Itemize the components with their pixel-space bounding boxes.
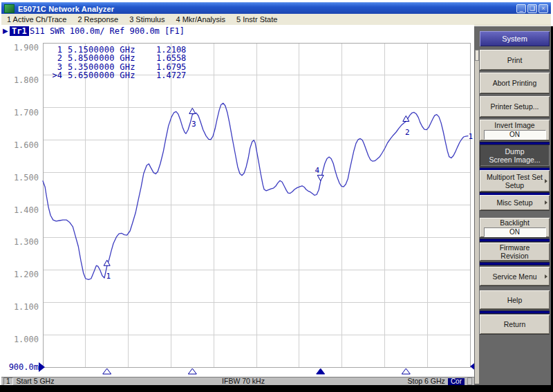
softkey-group-separator — [480, 239, 550, 242]
submenu-arrow-icon — [545, 200, 547, 205]
y-axis-label: 1.500 — [7, 174, 39, 182]
softkey-label: Setup — [505, 181, 524, 189]
submenu-arrow-icon — [545, 179, 547, 183]
softkey-label: Print — [507, 56, 523, 64]
status-blank-cell — [467, 377, 472, 385]
y-axis-label: 1.400 — [7, 206, 39, 214]
y-axis-label: 1.200 — [7, 270, 39, 279]
menu-item-3[interactable]: 3 Stimulus — [124, 15, 170, 24]
softkey-misc-setup[interactable]: Misc Setup — [480, 195, 550, 210]
softkey-label: Backlight — [500, 218, 529, 227]
y-axis-label: 1.700 — [7, 109, 39, 117]
menu-item-4[interactable]: 4 Mkr/Analysis — [170, 15, 231, 24]
softkey-dump-screen-image[interactable]: DumpScreen Image... — [480, 144, 550, 166]
softkey-group-separator — [480, 262, 550, 265]
stop-frequency: Stop 6 GHz — [408, 377, 445, 385]
submenu-arrow-icon — [545, 274, 547, 279]
softkey-label: Abort Printing — [493, 79, 537, 87]
softkey-label: Screen Image... — [489, 156, 540, 164]
window-title: E5071C Network Analyzer — [18, 5, 114, 13]
softkey-label: Misc Setup — [497, 198, 533, 207]
menu-item-1[interactable]: 1 Active Ch/Trace — [1, 15, 72, 24]
y-axis-label: 1.600 — [7, 141, 39, 149]
marker-readout-table: 15.1500000 GHz1.210825.8500000 GHz1.6558… — [48, 46, 186, 80]
start-frequency: Start 5 GHz — [17, 377, 55, 385]
title-bar: E5071C Network Analyzer _❏× — [1, 2, 551, 15]
screen-bottom-edge — [0, 385, 553, 392]
menu-item-2[interactable]: 2 Response — [72, 15, 124, 24]
softkey-label: Printer Setup... — [490, 102, 538, 111]
softkey-label: Revision — [500, 252, 528, 260]
softkey-label: Multiport Test Set — [487, 173, 543, 181]
ifbw-readout: IFBW 70 kHz — [202, 377, 285, 385]
marker-readout-row: 25.8500000 GHz1.6558 — [48, 54, 186, 62]
marker-readout-row: >45.6500000 GHz1.4727 — [48, 71, 186, 80]
softkey-help[interactable]: Help — [480, 290, 550, 309]
y-axis-label: 1.300 — [7, 238, 39, 246]
softkey-label: Return — [504, 320, 526, 328]
softkey-invert-image[interactable]: Invert ImageON — [480, 120, 550, 140]
reference-level-label: 900.0m — [7, 363, 39, 371]
softkey-return[interactable]: Return — [480, 315, 550, 334]
softkey-sidebar: SystemPrintAbort PrintingPrinter Setup..… — [474, 26, 551, 385]
softkey-service-menu[interactable]: Service Menu — [480, 267, 550, 286]
trace-header-text: S11 SWR 100.0m/ Ref 900.0m [F1] — [30, 26, 185, 36]
softkey-abort-printing[interactable]: Abort Printing — [480, 73, 550, 93]
y-axis-label: 1.800 — [7, 76, 39, 84]
softkey-printer-setup[interactable]: Printer Setup... — [480, 96, 550, 117]
softkey-group-separator — [480, 310, 550, 314]
window-buttons: _❏× — [516, 4, 548, 13]
menu-item-5[interactable]: 5 Instr State — [231, 15, 283, 24]
softkey-label: Dump — [505, 147, 524, 156]
active-trace-arrow-icon: ▶ — [3, 27, 8, 35]
y-axis-label: 1.100 — [7, 303, 39, 311]
minimize-button[interactable]: _ — [516, 4, 526, 13]
softkey-print[interactable]: Print — [480, 50, 550, 70]
softkey-scrollbar-thumb[interactable] — [475, 50, 479, 61]
softkey-label: Invert Image — [494, 121, 534, 129]
menu-bar: 1 Active Ch/Trace2 Response3 Stimulus4 M… — [1, 14, 551, 26]
softkey-state-on: ON — [484, 227, 546, 237]
softkey-multiport-test-set-setup[interactable]: Multiport Test SetSetup — [480, 170, 550, 192]
softkey-label: Help — [507, 296, 523, 304]
app-icon — [4, 4, 15, 13]
softkey-system[interactable]: System — [480, 31, 550, 46]
softkey-label: Firmware — [500, 243, 530, 252]
y-axis-label: 1.900 — [7, 44, 39, 52]
restore-button[interactable]: ❏ — [527, 4, 537, 13]
softkey-state-on: ON — [484, 130, 546, 140]
channel-number: 1 — [3, 377, 13, 385]
correction-status-badge: Cor — [448, 378, 465, 385]
y-axis-label: 1.000 — [7, 335, 39, 344]
softkey-label: System — [502, 35, 527, 43]
softkey-scrollbar[interactable] — [475, 50, 479, 384]
softkey-firmware-revision[interactable]: FirmwareRevision — [480, 243, 550, 261]
trace-selector-tr1[interactable]: Tr1 — [10, 26, 29, 36]
softkey-backlight[interactable]: BacklightON — [480, 218, 550, 237]
close-button[interactable]: × — [538, 4, 548, 13]
softkey-label: Service Menu — [492, 272, 536, 281]
